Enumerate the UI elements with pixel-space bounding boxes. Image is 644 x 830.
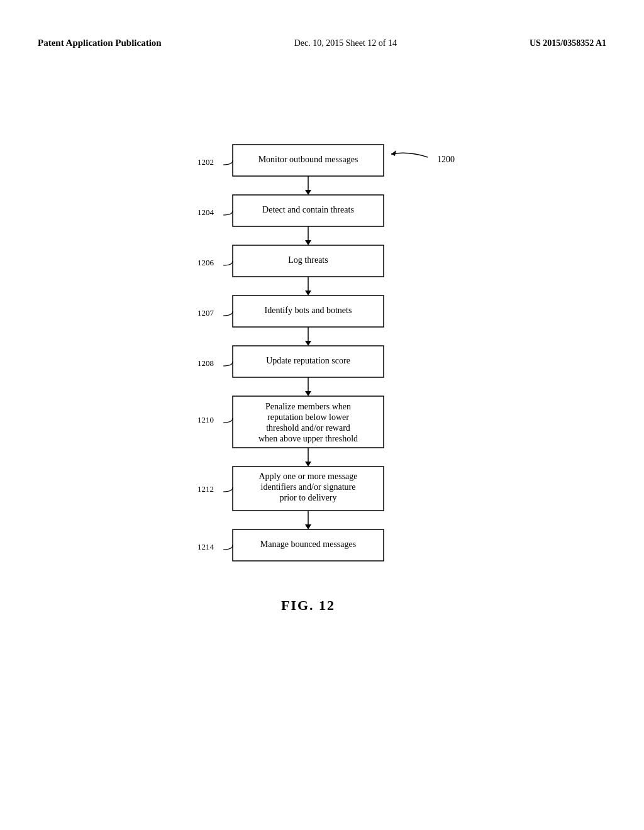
text-1212-line1: Apply one or more message [258, 472, 357, 481]
text-1204: Detect and contain threats [262, 205, 354, 214]
bracket-1212 [223, 487, 233, 492]
arrowhead-1210-1212 [305, 462, 311, 467]
text-1210-line3: threshold and/or reward [266, 423, 350, 433]
bracket-1214 [223, 545, 233, 550]
bracket-1206 [223, 261, 233, 265]
label-1212: 1212 [197, 484, 214, 494]
text-1207: Identify bots and botnets [265, 306, 352, 315]
label-1204: 1204 [197, 208, 214, 217]
arrowhead-1206-1207 [305, 290, 311, 296]
text-1212-line2: identifiers and/or signature [261, 482, 356, 492]
arrowhead-1202-1204 [305, 190, 311, 195]
text-1214: Manage bounced messages [260, 540, 356, 549]
arrowhead-1207-1208 [305, 341, 311, 346]
page-header: Patent Application Publication Dec. 10, … [0, 38, 644, 48]
bracket-1210 [223, 418, 233, 423]
label-1214: 1214 [197, 542, 214, 551]
arrowhead-1212-1214 [305, 524, 311, 529]
patent-number-label: US 2015/0358352 A1 [530, 38, 606, 48]
bracket-1208 [223, 362, 233, 366]
text-1212-line3: prior to delivery [280, 493, 337, 502]
label-1208: 1208 [197, 358, 214, 368]
date-sheet-label: Dec. 10, 2015 Sheet 12 of 14 [294, 38, 397, 48]
text-1206: Log threats [288, 255, 328, 265]
label-1202: 1202 [197, 157, 214, 167]
bracket-1202 [223, 160, 233, 165]
arrowhead-1208-1210 [305, 391, 311, 396]
arrowhead-1204-1206 [305, 240, 311, 245]
label-1206: 1206 [197, 258, 214, 267]
flow-label-1200: 1200 [437, 155, 455, 164]
flow-arrowhead-1200 [391, 150, 396, 156]
flow-arrow-1200 [391, 153, 428, 157]
label-1207: 1207 [197, 308, 214, 318]
text-1210-line4: when above upper threshold [258, 434, 358, 443]
bracket-1207 [223, 311, 233, 316]
label-1210: 1210 [197, 415, 214, 424]
text-1210-line1: Penalize members when [265, 402, 351, 411]
diagram-svg: Monitor outbound messages 1202 Detect an… [0, 63, 644, 805]
text-1208: Update reputation score [266, 356, 350, 365]
figure-caption: FIG. 12 [281, 597, 335, 613]
text-1202: Monitor outbound messages [258, 155, 358, 164]
publication-label: Patent Application Publication [38, 38, 162, 48]
text-1210-line2: reputation below lower [267, 412, 349, 422]
bracket-1204 [223, 211, 233, 215]
